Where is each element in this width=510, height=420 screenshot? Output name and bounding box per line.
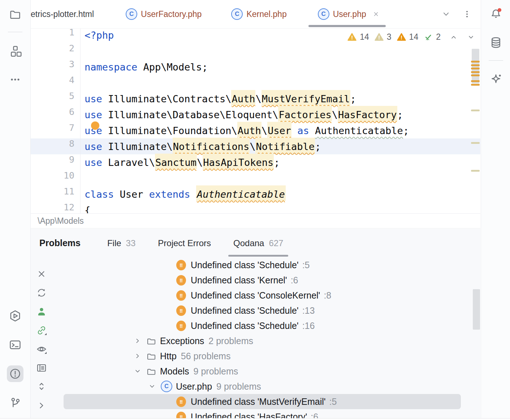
tab-etrics-plotter.html[interactable]: etrics-plotter.html xyxy=(31,0,94,28)
warning-orange-triangle-icon xyxy=(397,32,406,42)
kebab-menu-icon[interactable] xyxy=(462,9,472,19)
code-token: Auth xyxy=(231,90,255,106)
error-stripe-mark[interactable] xyxy=(471,74,480,76)
error-stripe-mark[interactable] xyxy=(471,84,480,86)
code-line-9[interactable]: 9use Laravel\Sanctum\HasApiTokens; xyxy=(31,154,480,170)
code-editor[interactable]: 1<?php23namespace App\Models;45use Illum… xyxy=(31,29,480,213)
services-run-icon[interactable] xyxy=(9,309,22,322)
intention-bulb-icon[interactable] xyxy=(91,121,99,130)
tab-User.php[interactable]: CUser.php xyxy=(318,0,380,28)
code-text: use Laravel\Sanctum\HasApiTokens; xyxy=(81,157,280,168)
unfold-icon[interactable] xyxy=(36,381,47,392)
structure-icon[interactable] xyxy=(9,45,22,58)
problems-row-Undefined class 'MustVerifyEmail'[interactable]: ‼Undefined class 'MustVerifyEmail':5 xyxy=(64,394,461,409)
error-stripe-mark[interactable] xyxy=(471,68,480,69)
code-token: <?php xyxy=(85,30,114,41)
inspection-warning-pale-triangle[interactable]: 3 xyxy=(374,32,392,42)
chevron-down-icon[interactable] xyxy=(441,9,451,19)
chevron-down-icon[interactable] xyxy=(148,382,156,391)
chevron-right-icon[interactable] xyxy=(36,400,47,411)
problems-row-Exceptions[interactable]: Exceptions2 problems xyxy=(64,333,461,348)
code-token: ; xyxy=(403,125,409,136)
code-line-6[interactable]: 6use Illuminate\Database\Eloquent\Factor… xyxy=(31,107,480,123)
problems-row-User.php[interactable]: CUser.php9 problems xyxy=(64,379,461,394)
project-folder-icon[interactable] xyxy=(9,8,22,21)
tab-Kernel.php[interactable]: CKernel.php xyxy=(231,0,286,28)
code-line-12[interactable]: 12{ xyxy=(31,202,480,213)
code-text: class User extends Authenticatable xyxy=(81,189,286,200)
green-check-icon xyxy=(423,32,433,42)
problems-row-Undefined class 'Kernel'[interactable]: ‼Undefined class 'Kernel':6 xyxy=(64,273,461,288)
breadcrumb-namespace[interactable]: \App\Models xyxy=(38,216,84,226)
chevron-down-icon[interactable] xyxy=(133,367,142,376)
error-stripe-mark[interactable] xyxy=(471,64,480,66)
prev-problem-button[interactable] xyxy=(449,33,458,42)
chevron-right-icon[interactable] xyxy=(133,337,142,345)
link-icon[interactable] xyxy=(36,325,47,336)
inspection-count: 2 xyxy=(436,32,441,42)
problems-row-Undefined class 'ConsoleKernel'[interactable]: ‼Undefined class 'ConsoleKernel':8 xyxy=(64,288,461,303)
error-stripe-mark[interactable] xyxy=(471,61,480,63)
code-line-4[interactable]: 4 xyxy=(31,75,480,91)
code-text: <?php xyxy=(81,30,114,41)
preview-layout-icon[interactable] xyxy=(36,362,47,374)
problems-tool-button[interactable] xyxy=(7,365,23,382)
problem-text: Undefined class 'MustVerifyEmail' xyxy=(191,397,326,407)
eye-icon[interactable] xyxy=(36,343,47,355)
code-line-5[interactable]: 5use Illuminate\Contracts\Auth\MustVerif… xyxy=(31,91,480,107)
folder-name: Http xyxy=(160,351,177,361)
next-problem-button[interactable] xyxy=(467,33,475,42)
code-line-11[interactable]: 11class User extends Authenticatable xyxy=(31,186,480,202)
breadcrumb[interactable]: \App\Models xyxy=(31,213,480,228)
problems-row-Http[interactable]: Http56 problems xyxy=(64,348,461,364)
error-badge-icon: ‼ xyxy=(176,290,186,301)
terminal-icon[interactable] xyxy=(9,338,22,351)
code-line-8[interactable]: 8use Illuminate\Notifications\Notifiable… xyxy=(31,138,480,154)
close-icon[interactable] xyxy=(36,268,47,280)
line-number: 11 xyxy=(31,186,81,202)
code-text: use Illuminate\Contracts\Auth\MustVerify… xyxy=(81,93,356,104)
git-branch-icon[interactable] xyxy=(9,396,22,409)
notifications-bell-icon[interactable] xyxy=(489,7,502,20)
problems-tab-Qodana[interactable]: Qodana627 xyxy=(233,229,283,257)
code-text: { xyxy=(81,205,90,214)
code-token: \ xyxy=(255,93,261,104)
code-text: namespace App\Models; xyxy=(81,61,208,73)
error-stripe-mark[interactable] xyxy=(471,142,480,144)
problems-row-Undefined class 'HasFactory'[interactable]: ‼Undefined class 'HasFactory':6 xyxy=(64,409,461,418)
editor-scrollbar-thumb[interactable] xyxy=(472,49,479,83)
code-line-3[interactable]: 3namespace App\Models; xyxy=(31,59,480,75)
ai-assistant-sparkle-icon[interactable] xyxy=(489,73,502,86)
problems-row-Models[interactable]: Models9 problems xyxy=(64,364,461,379)
error-stripe-mark[interactable] xyxy=(471,71,480,73)
problems-tab-Project Errors[interactable]: Project Errors xyxy=(158,229,211,257)
problems-row-Undefined class 'Schedule'[interactable]: ‼Undefined class 'Schedule':5 xyxy=(64,257,461,273)
error-stripe-mark[interactable] xyxy=(471,170,480,172)
error-stripe-mark[interactable] xyxy=(471,80,480,82)
more-dots-icon[interactable] xyxy=(9,73,22,86)
error-stripe-mark[interactable] xyxy=(471,110,480,111)
problem-text: Undefined class 'ConsoleKernel' xyxy=(191,290,320,301)
code-token: \ xyxy=(332,109,338,120)
problems-tab-File[interactable]: File33 xyxy=(107,229,135,257)
code-token: Illuminate\Contracts\ xyxy=(102,93,232,104)
inspection-warning-yellow-triangle[interactable]: 14 xyxy=(347,32,369,42)
close-icon[interactable] xyxy=(372,10,380,18)
problems-row-Undefined class 'Schedule'[interactable]: ‼Undefined class 'Schedule':13 xyxy=(64,303,461,318)
problems-row-Undefined class 'Schedule'[interactable]: ‼Undefined class 'Schedule':16 xyxy=(64,318,461,333)
refresh-icon[interactable] xyxy=(36,287,47,299)
tab-UserFactory.php[interactable]: CUserFactory.php xyxy=(126,0,202,28)
code-line-2[interactable]: 2 xyxy=(31,43,480,59)
inspection-green-check[interactable]: 2 xyxy=(423,32,441,42)
inspection-warning-orange-triangle[interactable]: 14 xyxy=(397,32,419,42)
tab-label: UserFactory.php xyxy=(141,9,202,19)
chevron-right-icon[interactable] xyxy=(133,352,142,360)
problems-scrollbar-thumb[interactable] xyxy=(473,289,480,330)
problem-line-number: :16 xyxy=(302,321,315,331)
error-badge-icon: ‼ xyxy=(176,412,186,419)
inspection-count: 14 xyxy=(409,32,419,42)
user-icon[interactable] xyxy=(36,306,47,317)
code-line-10[interactable]: 10 xyxy=(31,170,480,186)
database-icon[interactable] xyxy=(489,36,502,49)
php-class-icon: C xyxy=(231,8,243,20)
